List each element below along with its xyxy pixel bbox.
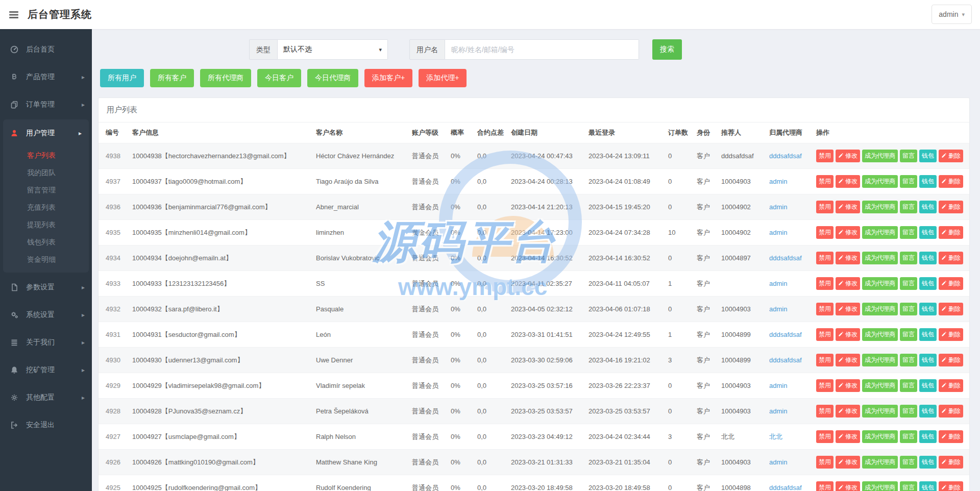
delete-button[interactable]: 删除 (939, 481, 963, 491)
delete-button[interactable]: 删除 (939, 252, 963, 264)
edit-button[interactable]: 修改 (836, 405, 860, 418)
disable-button[interactable]: 禁用 (816, 303, 834, 315)
sidebar-item-message-management[interactable]: 留言管理 (3, 182, 89, 199)
wallet-button[interactable]: 钱包 (919, 226, 937, 239)
wallet-button[interactable]: 钱包 (919, 379, 937, 392)
sidebar-item-params-settings[interactable]: 参数设置▸ (0, 274, 92, 301)
message-button[interactable]: 留言 (900, 379, 917, 392)
become-agent-button[interactable]: 成为代理商 (862, 430, 898, 443)
wallet-button[interactable]: 钱包 (919, 201, 937, 213)
sidebar-item-wallet-list[interactable]: 钱包列表 (3, 234, 89, 251)
delete-button[interactable]: 删除 (939, 150, 963, 162)
edit-button[interactable]: 修改 (836, 226, 860, 239)
wallet-button[interactable]: 钱包 (919, 252, 937, 264)
become-agent-button[interactable]: 成为代理商 (862, 328, 898, 341)
edit-button[interactable]: 修改 (836, 277, 860, 290)
disable-button[interactable]: 禁用 (816, 201, 834, 213)
message-button[interactable]: 留言 (900, 328, 917, 341)
edit-button[interactable]: 修改 (836, 252, 860, 264)
become-agent-button[interactable]: 成为代理商 (862, 354, 898, 366)
disable-button[interactable]: 禁用 (816, 175, 834, 188)
become-agent-button[interactable]: 成为代理商 (862, 175, 898, 188)
sidebar-item-about-us[interactable]: 关于我们▸ (0, 329, 92, 356)
disable-button[interactable]: 禁用 (816, 456, 834, 469)
message-button[interactable]: 留言 (900, 150, 917, 162)
become-agent-button[interactable]: 成为代理商 (862, 456, 898, 469)
sidebar-item-system-settings[interactable]: 系统设置▸ (0, 301, 92, 329)
become-agent-button[interactable]: 成为代理商 (862, 252, 898, 264)
message-button[interactable]: 留言 (900, 175, 917, 188)
edit-button[interactable]: 修改 (836, 379, 860, 392)
sidebar-item-dashboard-home[interactable]: 后台首页 (0, 36, 92, 63)
delete-button[interactable]: 删除 (939, 175, 963, 188)
sidebar-item-other-config[interactable]: 其他配置▸ (0, 384, 92, 411)
delete-button[interactable]: 删除 (939, 226, 963, 239)
message-button[interactable]: 留言 (900, 277, 917, 290)
add-customer-button[interactable]: 添加客户+ (364, 69, 412, 87)
message-button[interactable]: 留言 (900, 405, 917, 418)
delete-button[interactable]: 删除 (939, 354, 963, 366)
disable-button[interactable]: 禁用 (816, 405, 834, 418)
disable-button[interactable]: 禁用 (816, 430, 834, 443)
become-agent-button[interactable]: 成为代理商 (862, 201, 898, 213)
delete-button[interactable]: 删除 (939, 303, 963, 315)
edit-button[interactable]: 修改 (836, 201, 860, 213)
become-agent-button[interactable]: 成为代理商 (862, 150, 898, 162)
username-input[interactable] (445, 39, 639, 60)
message-button[interactable]: 留言 (900, 226, 917, 239)
today-agents-button[interactable]: 今日代理商 (307, 69, 358, 87)
wallet-button[interactable]: 钱包 (919, 430, 937, 443)
delete-button[interactable]: 删除 (939, 430, 963, 443)
delete-button[interactable]: 删除 (939, 328, 963, 341)
edit-button[interactable]: 修改 (836, 456, 860, 469)
disable-button[interactable]: 禁用 (816, 277, 834, 290)
sidebar-item-mining-management[interactable]: 挖矿管理▸ (0, 356, 92, 384)
disable-button[interactable]: 禁用 (816, 252, 834, 264)
sidebar-item-order-management[interactable]: 订单管理▸ (0, 91, 92, 118)
wallet-button[interactable]: 钱包 (919, 456, 937, 469)
edit-button[interactable]: 修改 (836, 430, 860, 443)
disable-button[interactable]: 禁用 (816, 150, 834, 162)
wallet-button[interactable]: 钱包 (919, 481, 937, 491)
sidebar-item-withdraw-list[interactable]: 提现列表 (3, 216, 89, 234)
all-agents-button[interactable]: 所有代理商 (200, 69, 251, 87)
search-button[interactable]: 搜索 (652, 39, 682, 60)
message-button[interactable]: 留言 (900, 252, 917, 264)
sidebar-item-user-management[interactable]: 用户管理▸ (3, 119, 89, 147)
sidebar-item-recharge-list[interactable]: 充值列表 (3, 199, 89, 216)
disable-button[interactable]: 禁用 (816, 354, 834, 366)
edit-button[interactable]: 修改 (836, 481, 860, 491)
message-button[interactable]: 留言 (900, 481, 917, 491)
delete-button[interactable]: 删除 (939, 277, 963, 290)
edit-button[interactable]: 修改 (836, 354, 860, 366)
wallet-button[interactable]: 钱包 (919, 405, 937, 418)
user-menu[interactable]: admin ▾ (932, 5, 972, 24)
sidebar-item-product-management[interactable]: 产品管理▸ (0, 63, 92, 91)
disable-button[interactable]: 禁用 (816, 328, 834, 341)
add-agent-button[interactable]: 添加代理+ (419, 69, 467, 87)
wallet-button[interactable]: 钱包 (919, 354, 937, 366)
become-agent-button[interactable]: 成为代理商 (862, 405, 898, 418)
become-agent-button[interactable]: 成为代理商 (862, 277, 898, 290)
type-select[interactable]: 默认不选 ▾ (278, 39, 388, 60)
disable-button[interactable]: 禁用 (816, 481, 834, 491)
edit-button[interactable]: 修改 (836, 328, 860, 341)
delete-button[interactable]: 删除 (939, 456, 963, 469)
edit-button[interactable]: 修改 (836, 150, 860, 162)
delete-button[interactable]: 删除 (939, 201, 963, 213)
become-agent-button[interactable]: 成为代理商 (862, 226, 898, 239)
message-button[interactable]: 留言 (900, 303, 917, 315)
wallet-button[interactable]: 钱包 (919, 303, 937, 315)
all-customers-button[interactable]: 所有客户 (150, 69, 194, 87)
become-agent-button[interactable]: 成为代理商 (862, 379, 898, 392)
delete-button[interactable]: 删除 (939, 379, 963, 392)
delete-button[interactable]: 删除 (939, 405, 963, 418)
edit-button[interactable]: 修改 (836, 175, 860, 188)
today-customers-button[interactable]: 今日客户 (257, 69, 301, 87)
become-agent-button[interactable]: 成为代理商 (862, 481, 898, 491)
message-button[interactable]: 留言 (900, 354, 917, 366)
message-button[interactable]: 留言 (900, 456, 917, 469)
sidebar-item-customer-list[interactable]: 客户列表 (3, 147, 89, 164)
sidebar-item-funds-detail[interactable]: 资金明细 (3, 251, 89, 268)
wallet-button[interactable]: 钱包 (919, 150, 937, 162)
